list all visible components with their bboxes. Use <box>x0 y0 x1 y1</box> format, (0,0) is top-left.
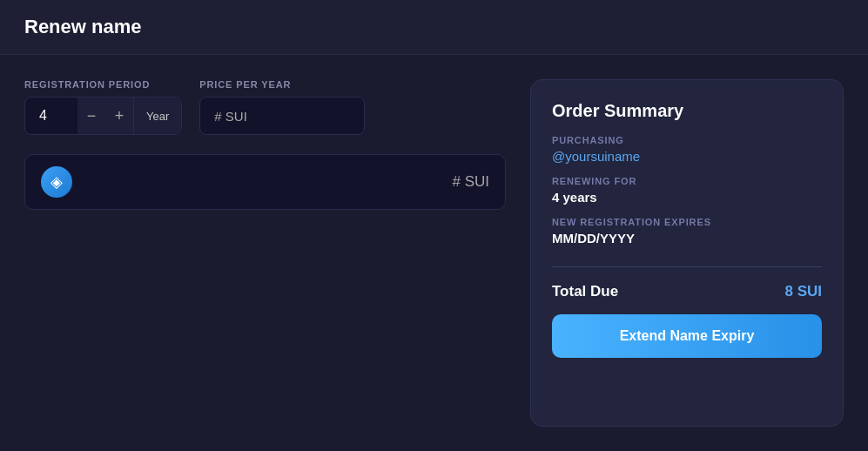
total-row: Total Due 8 SUI <box>552 283 822 300</box>
period-input-container: 4 − + Year <box>24 97 182 135</box>
increment-button[interactable]: + <box>105 97 133 135</box>
order-summary-panel: Order Summary PURCHASING @yoursuiname RE… <box>530 79 844 427</box>
content: REGISTRATION PERIOD 4 − + Year PRICE PER… <box>0 55 868 451</box>
price-per-year-group: PRICE PER YEAR # SUI <box>199 79 365 135</box>
price-input: # SUI <box>199 97 365 135</box>
page: Renew name REGISTRATION PERIOD 4 − + Yea… <box>0 0 868 451</box>
renewing-for-value: 4 years <box>552 190 822 205</box>
order-summary-title: Order Summary <box>552 101 822 121</box>
purchasing-field: PURCHASING @yoursuiname <box>552 135 822 164</box>
year-badge: Year <box>133 97 181 135</box>
total-label: Total Due <box>552 283 618 300</box>
extend-name-expiry-button[interactable]: Extend Name Expiry <box>552 314 822 358</box>
header: Renew name <box>0 0 868 55</box>
token-icon: ◈ <box>41 166 72 198</box>
purchasing-label: PURCHASING <box>552 135 822 145</box>
registration-period-label: REGISTRATION PERIOD <box>24 79 182 90</box>
token-symbol-icon: ◈ <box>50 172 63 192</box>
token-row: ◈ # SUI <box>24 154 506 210</box>
divider <box>552 266 822 267</box>
form-row: REGISTRATION PERIOD 4 − + Year PRICE PER… <box>24 79 506 135</box>
page-title: Renew name <box>24 16 142 37</box>
registration-period-group: REGISTRATION PERIOD 4 − + Year <box>24 79 182 135</box>
new-expiry-value: MM/DD/YYYY <box>552 231 822 246</box>
purchasing-value: @yoursuiname <box>552 149 822 164</box>
new-expiry-label: NEW REGISTRATION EXPIRES <box>552 217 822 227</box>
renewing-for-field: RENEWING FOR 4 years <box>552 176 822 205</box>
new-expiry-field: NEW REGISTRATION EXPIRES MM/DD/YYYY <box>552 217 822 246</box>
period-value: 4 <box>25 108 77 124</box>
left-panel: REGISTRATION PERIOD 4 − + Year PRICE PER… <box>24 79 506 427</box>
decrement-button[interactable]: − <box>77 97 105 135</box>
total-amount: 8 SUI <box>784 283 822 300</box>
price-per-year-label: PRICE PER YEAR <box>199 79 365 90</box>
token-amount: # SUI <box>452 173 489 191</box>
renewing-for-label: RENEWING FOR <box>552 176 822 186</box>
period-controls: − + <box>77 97 133 135</box>
price-value: # SUI <box>214 109 247 124</box>
